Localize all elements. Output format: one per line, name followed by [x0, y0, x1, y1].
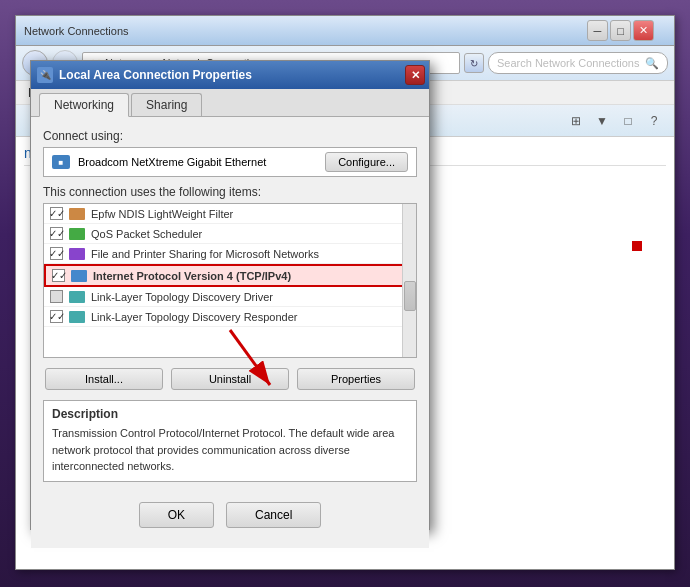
dialog-window: 🔌 Local Area Connection Properties ✕ Net… — [30, 60, 430, 530]
explorer-titlebar: Network Connections ─ □ ✕ — [16, 16, 674, 46]
desktop-background: Network Connections ─ □ ✕ ◄ ► 📁 Networ..… — [0, 0, 690, 587]
check-icon-sharing: ✓ — [57, 248, 65, 259]
check-icon-link: ✓ — [57, 311, 65, 322]
description-text: Transmission Control Protocol/Internet P… — [52, 425, 408, 475]
list-item-sharing[interactable]: ✓ File and Printer Sharing for Microsoft… — [44, 244, 416, 264]
connect-using-box: ■ Broadcom NetXtreme Gigabit Ethernet Co… — [43, 147, 417, 177]
connect-using-label: Connect using: — [43, 129, 417, 143]
ok-button[interactable]: OK — [139, 502, 214, 528]
icon-ipv4 — [71, 270, 87, 282]
maximize-button[interactable]: □ — [610, 20, 631, 41]
checkbox-epfw[interactable]: ✓ — [50, 207, 63, 220]
watermark: MEGALEECHER.NET — [519, 552, 665, 567]
cancel-button[interactable]: Cancel — [226, 502, 321, 528]
tab-networking[interactable]: Networking — [39, 93, 129, 117]
ok-cancel-row: OK Cancel — [43, 494, 417, 536]
check-icon-ipv4: ✓ — [59, 270, 67, 281]
checkbox-ipv4[interactable]: ✓ — [52, 269, 65, 282]
checkbox-sharing[interactable]: ✓ — [50, 247, 63, 260]
check-icon-epfw: ✓ — [57, 208, 65, 219]
explorer-title: Network Connections — [24, 25, 129, 37]
refresh-icon: ↻ — [470, 58, 478, 69]
search-icon: 🔍 — [645, 57, 659, 70]
check-icon-qos: ✓ — [57, 228, 65, 239]
nic-icon: ■ — [52, 155, 70, 169]
toolbar-sort-btn[interactable]: ▼ — [590, 109, 614, 133]
checkbox-link-driver[interactable] — [50, 290, 63, 303]
dialog-tabs: Networking Sharing — [31, 89, 429, 117]
description-group: Description Transmission Control Protoco… — [43, 400, 417, 482]
tab-sharing[interactable]: Sharing — [131, 93, 202, 116]
dialog-titlebar: 🔌 Local Area Connection Properties ✕ — [31, 61, 429, 89]
icon-qos — [69, 228, 85, 240]
icon-epfw — [69, 208, 85, 220]
properties-button[interactable]: Properties — [297, 368, 415, 390]
configure-button[interactable]: Configure... — [325, 152, 408, 172]
svg-line-1 — [230, 330, 270, 385]
label-sharing: File and Printer Sharing for Microsoft N… — [91, 248, 319, 260]
titlebar-buttons: ─ □ ✕ — [587, 20, 654, 41]
minimize-button[interactable]: ─ — [587, 20, 608, 41]
label-epfw: Epfw NDIS LightWeight Filter — [91, 208, 233, 220]
checkbox-qos[interactable]: ✓ — [50, 227, 63, 240]
dialog-icon: 🔌 — [37, 67, 53, 83]
dialog-title: Local Area Connection Properties — [59, 68, 252, 82]
dialog-close-button[interactable]: ✕ — [405, 65, 425, 85]
search-box[interactable]: Search Network Connections 🔍 — [488, 52, 668, 74]
icon-link-responder — [69, 311, 85, 323]
arrow-annotation — [200, 310, 300, 410]
toolbar-preview-btn[interactable]: □ — [616, 109, 640, 133]
toolbar-buttons: ⊞ ▼ □ ? — [564, 109, 666, 133]
list-item-qos[interactable]: ✓ QoS Packet Scheduler — [44, 224, 416, 244]
list-scrollbar[interactable] — [402, 204, 416, 357]
label-qos: QoS Packet Scheduler — [91, 228, 202, 240]
items-label: This connection uses the following items… — [43, 185, 417, 199]
checkbox-link-responder[interactable]: ✓ — [50, 310, 63, 323]
icon-link-driver — [69, 291, 85, 303]
toolbar-help-btn[interactable]: ? — [642, 109, 666, 133]
list-item-epfw[interactable]: ✓ Epfw NDIS LightWeight Filter — [44, 204, 416, 224]
refresh-button[interactable]: ↻ — [464, 53, 484, 73]
label-ipv4: Internet Protocol Version 4 (TCP/IPv4) — [93, 270, 291, 282]
label-link-driver: Link-Layer Topology Discovery Driver — [91, 291, 273, 303]
dialog-close-icon: ✕ — [411, 69, 420, 82]
status-indicator — [632, 241, 642, 251]
icon-sharing — [69, 248, 85, 260]
install-button[interactable]: Install... — [45, 368, 163, 390]
list-item-ipv4[interactable]: ✓ Internet Protocol Version 4 (TCP/IPv4) — [44, 264, 416, 287]
search-placeholder: Search Network Connections — [497, 57, 639, 69]
adapter-name: Broadcom NetXtreme Gigabit Ethernet — [78, 156, 266, 168]
scrollbar-thumb — [404, 281, 416, 311]
close-button[interactable]: ✕ — [633, 20, 654, 41]
list-item-link-driver[interactable]: Link-Layer Topology Discovery Driver — [44, 287, 416, 307]
toolbar-view-btn[interactable]: ⊞ — [564, 109, 588, 133]
